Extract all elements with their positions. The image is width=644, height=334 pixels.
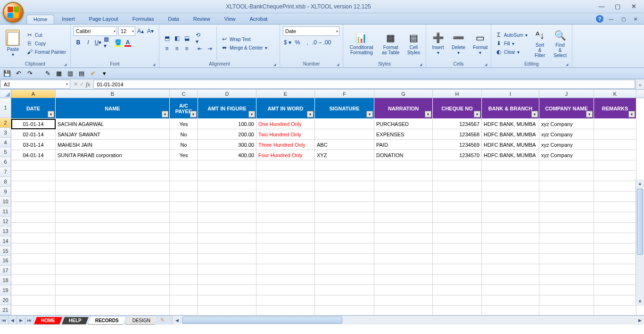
cell-G19[interactable] <box>374 295 433 306</box>
cell-D3[interactable]: 200.00 <box>198 129 256 140</box>
cell-H16[interactable] <box>433 264 482 275</box>
cell-G6[interactable] <box>374 160 433 171</box>
align-right-button[interactable]: ≡ <box>182 44 191 53</box>
cut-button[interactable]: ✂Cut <box>25 31 67 39</box>
cell-H18[interactable] <box>433 285 482 295</box>
cell-C17[interactable] <box>170 275 198 285</box>
cell-G3[interactable]: EXPENSES <box>374 129 433 140</box>
cell-H2[interactable]: 1234567 <box>433 119 482 129</box>
cell-A2[interactable]: 01-01-14 <box>11 119 56 129</box>
shrink-font-button[interactable]: A▾ <box>146 26 155 36</box>
cell-J17[interactable] <box>539 275 594 285</box>
cell-A19[interactable] <box>11 295 56 306</box>
cell-H4[interactable]: 1234569 <box>433 140 482 150</box>
cell-K12[interactable] <box>594 223 636 233</box>
find-select-button[interactable]: 🔍Find & Select <box>551 26 570 60</box>
cell-D10[interactable] <box>198 202 256 212</box>
cell-D14[interactable] <box>198 243 256 254</box>
table-header-name[interactable]: NAME▾ <box>56 98 170 119</box>
cell-F7[interactable] <box>315 171 374 181</box>
cell-I12[interactable] <box>482 223 539 233</box>
cell-K9[interactable] <box>594 192 636 202</box>
cell-E7[interactable] <box>256 171 315 181</box>
row-header-18[interactable]: 18 <box>0 276 11 285</box>
cell-D4[interactable]: 300.00 <box>198 140 256 150</box>
cell-K4[interactable] <box>594 140 636 150</box>
underline-button[interactable]: U ▾ <box>93 38 103 47</box>
cell-J18[interactable] <box>539 285 594 295</box>
new-sheet-button[interactable]: ✎ <box>157 316 167 325</box>
cell-D6[interactable] <box>198 160 256 171</box>
cell-A14[interactable] <box>11 243 56 254</box>
cell-J11[interactable] <box>539 212 594 223</box>
cell-J7[interactable] <box>539 171 594 181</box>
tab-insert[interactable]: Insert <box>55 15 82 24</box>
cell-A5[interactable]: 04-01-14 <box>11 150 56 160</box>
col-header-I[interactable]: I <box>482 90 539 98</box>
cell-A3[interactable]: 02-01-14 <box>11 129 56 140</box>
vertical-scrollbar[interactable]: ▲ ▼ <box>636 179 644 306</box>
cell-F3[interactable] <box>315 129 374 140</box>
cell-A13[interactable] <box>11 233 56 243</box>
cell-F19[interactable] <box>315 295 374 306</box>
cell-D9[interactable] <box>198 192 256 202</box>
cell-C14[interactable] <box>170 243 198 254</box>
cell-C18[interactable] <box>170 285 198 295</box>
cell-J2[interactable]: xyz Company <box>539 119 594 129</box>
cell-H15[interactable] <box>433 254 482 264</box>
bold-button[interactable]: B <box>74 38 83 47</box>
cell-G13[interactable] <box>374 233 433 243</box>
cell-C2[interactable]: Yes <box>170 119 198 129</box>
cell-I11[interactable] <box>482 212 539 223</box>
tab-data[interactable]: Data <box>161 15 185 24</box>
cell-J16[interactable] <box>539 264 594 275</box>
qat-custom-4[interactable]: ▤ <box>77 69 86 78</box>
cell-K11[interactable] <box>594 212 636 223</box>
copy-button[interactable]: ⎘Copy <box>25 40 67 47</box>
row-header-13[interactable]: 13 <box>0 226 11 236</box>
cell-I2[interactable]: HDFC BANK, MUMBA <box>482 119 539 129</box>
cell-F10[interactable] <box>315 202 374 212</box>
cell-B6[interactable] <box>56 160 170 171</box>
cell-I7[interactable] <box>482 171 539 181</box>
cell-J12[interactable] <box>539 223 594 233</box>
cell-G18[interactable] <box>374 285 433 295</box>
col-header-H[interactable]: H <box>433 90 482 98</box>
table-header-signature[interactable]: SIGNATURE▾ <box>315 98 374 119</box>
cell-E8[interactable] <box>256 181 315 192</box>
cell-B7[interactable] <box>56 171 170 181</box>
cell-G11[interactable] <box>374 212 433 223</box>
row-header-17[interactable]: 17 <box>0 266 11 276</box>
delete-cells-button[interactable]: ➖Delete ▾ <box>449 26 468 60</box>
comma-button[interactable]: , <box>303 38 312 47</box>
align-center-button[interactable]: ≡ <box>172 44 182 53</box>
cell-H9[interactable] <box>433 192 482 202</box>
cell-K5[interactable] <box>594 150 636 160</box>
cell-B3[interactable]: SANJAY SAWANT <box>56 129 170 140</box>
cell-K10[interactable] <box>594 202 636 212</box>
filter-icon[interactable]: ▾ <box>628 111 635 117</box>
cell-D2[interactable]: 100.00 <box>198 119 256 129</box>
cell-H13[interactable] <box>433 233 482 243</box>
cell-B5[interactable]: SUNITA PARAB corporation <box>56 150 170 160</box>
filter-icon[interactable]: ▾ <box>531 111 538 117</box>
cell-C10[interactable] <box>170 202 198 212</box>
font-size-combo[interactable]: 12 <box>118 26 135 36</box>
row-header-1[interactable]: 1 <box>0 98 11 118</box>
tab-view[interactable]: View <box>218 15 242 24</box>
vscroll-thumb[interactable] <box>637 189 643 255</box>
cell-A12[interactable] <box>11 223 56 233</box>
cell-D8[interactable] <box>198 181 256 192</box>
cell-G4[interactable]: PAID <box>374 140 433 150</box>
table-header-a-c-payee[interactable]: A/C PAYEE▾ <box>170 98 198 119</box>
fx-icon[interactable]: fx <box>86 81 90 88</box>
cell-I17[interactable] <box>482 275 539 285</box>
cell-D16[interactable] <box>198 264 256 275</box>
cell-D20[interactable] <box>198 306 256 315</box>
ribbon-minimize-icon[interactable]: — <box>606 14 616 24</box>
cell-H20[interactable] <box>433 306 482 315</box>
filter-icon[interactable]: ▾ <box>425 111 431 117</box>
cell-F11[interactable] <box>315 212 374 223</box>
currency-button[interactable]: $ ▾ <box>283 38 292 47</box>
select-all-corner[interactable] <box>0 90 11 98</box>
